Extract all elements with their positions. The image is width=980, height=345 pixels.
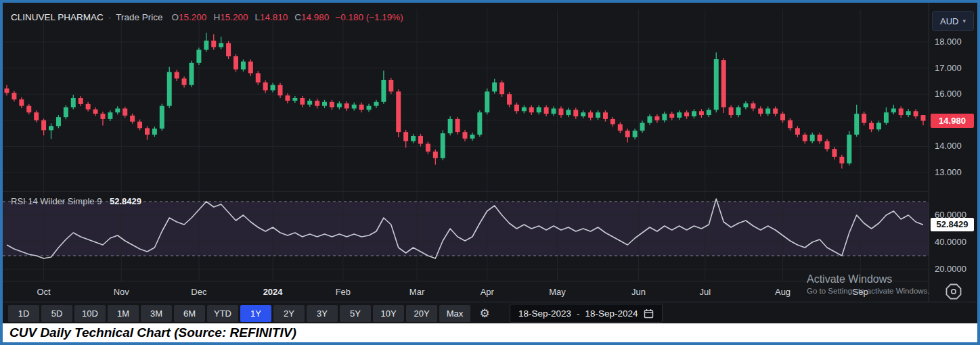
range-toolbar: 1D5D10D1M3M6MYTD1Y2Y3Y5Y10Y20YMax ⚙ 18-S… xyxy=(3,302,977,324)
candle-body xyxy=(499,83,504,94)
x-axis-tick-label: Oct xyxy=(37,287,50,297)
candle-body xyxy=(692,111,696,116)
x-axis-tick-label: Feb xyxy=(336,287,351,297)
candle-body xyxy=(292,98,297,101)
range-button-1m[interactable]: 1M xyxy=(108,305,139,322)
candle-body xyxy=(847,135,851,163)
candle-body xyxy=(795,128,800,135)
candle-body xyxy=(625,131,630,137)
x-axis-tick-label: Jul xyxy=(700,287,711,297)
range-button-1d[interactable]: 1D xyxy=(8,305,39,322)
date-range-picker[interactable]: 18-Sep-2023 - 18-Sep-2024 xyxy=(510,304,663,323)
candle-body xyxy=(34,112,39,120)
candle-body xyxy=(56,117,61,126)
octagon-eye-icon[interactable] xyxy=(945,283,962,300)
currency-selector[interactable]: AUD ▾ xyxy=(932,11,974,31)
candle-body xyxy=(271,85,275,91)
range-button-20y[interactable]: 20Y xyxy=(406,305,437,322)
candle-body xyxy=(396,91,401,132)
range-button-max[interactable]: Max xyxy=(439,305,470,322)
candle-body xyxy=(699,111,704,115)
candle-body xyxy=(736,108,741,116)
candle-body xyxy=(426,144,430,152)
range-button-3m[interactable]: 3M xyxy=(141,305,172,322)
range-button-3y[interactable]: 3Y xyxy=(307,305,338,322)
candle-body xyxy=(788,120,793,129)
gear-icon[interactable]: ⚙ xyxy=(474,305,495,322)
candle-body xyxy=(145,128,150,135)
candle-body xyxy=(152,129,157,135)
candle-body xyxy=(226,43,231,56)
candle-body xyxy=(654,116,659,120)
last-price-badge: 14.980 xyxy=(931,114,974,128)
candle-body xyxy=(773,108,778,114)
candle-body xyxy=(514,105,519,112)
rsi-panel xyxy=(3,191,929,281)
candle-body xyxy=(899,108,904,115)
candle-body xyxy=(743,104,748,108)
caption-text: CUV Daily Technical Chart (Source: REFIN… xyxy=(3,325,296,340)
x-axis-tick-label: Sep xyxy=(853,287,868,297)
candle-body xyxy=(507,94,512,104)
candle-body xyxy=(647,116,652,123)
candle-body xyxy=(862,114,866,123)
candle-body xyxy=(137,122,142,129)
candle-body xyxy=(492,83,497,92)
panel-separator xyxy=(3,191,929,192)
candle-body xyxy=(780,114,785,120)
candle-body xyxy=(352,105,357,109)
x-axis-tick-label: Mar xyxy=(409,287,424,297)
candle-body xyxy=(455,119,460,132)
range-button-6m[interactable]: 6M xyxy=(174,305,205,322)
ohlc-o: O15.200 xyxy=(172,12,207,22)
candle-body xyxy=(839,157,844,164)
candle-body xyxy=(537,108,541,113)
range-button-1y[interactable]: 1Y xyxy=(240,305,271,322)
candle-body xyxy=(448,119,453,133)
candle-body xyxy=(71,98,76,108)
range-button-2y[interactable]: 2Y xyxy=(273,305,305,322)
range-button-5d[interactable]: 5D xyxy=(41,305,72,322)
candle-body xyxy=(5,89,9,93)
candle-body xyxy=(367,106,372,110)
range-button-10y[interactable]: 10Y xyxy=(373,305,404,322)
legend-separator: · xyxy=(108,12,112,22)
date-separator: - xyxy=(577,308,580,319)
candle-body xyxy=(322,102,327,106)
x-axis-tick-label: Dec xyxy=(191,287,206,297)
candle-body xyxy=(669,114,674,118)
candle-body xyxy=(921,115,926,120)
candle-body xyxy=(662,114,667,120)
price-axis-label: 13.000 xyxy=(935,167,962,178)
candle-body xyxy=(211,41,216,47)
candle-body xyxy=(204,41,208,50)
right-axis-column: AUD ▾ 18.00017.00016.00014.00013.000 14.… xyxy=(929,3,977,302)
candle-body xyxy=(729,108,734,116)
range-button-ytd[interactable]: YTD xyxy=(207,305,238,322)
series-label: Trade Price xyxy=(116,12,162,22)
candle-body xyxy=(26,106,31,113)
candle-body xyxy=(300,98,305,105)
price-change: −0.180 (−1.19%) xyxy=(335,12,403,22)
price-panel xyxy=(3,9,929,191)
candle-body xyxy=(825,141,830,150)
currency-label: AUD xyxy=(940,16,958,26)
candle-body xyxy=(596,112,600,118)
rsi-legend: RSI 14 Wilder Simple 9 52.8429 xyxy=(11,196,141,206)
candle-body xyxy=(581,112,585,116)
candle-body xyxy=(175,72,179,78)
range-button-10d[interactable]: 10D xyxy=(74,305,106,322)
candle-body xyxy=(610,119,615,124)
x-axis-tick-label: May xyxy=(549,287,566,297)
rsi-chart-svg xyxy=(3,191,929,281)
candle-body xyxy=(603,112,608,119)
candle-body xyxy=(566,110,571,115)
candle-body xyxy=(914,111,918,116)
candle-body xyxy=(307,101,312,105)
candle-body xyxy=(93,110,98,114)
candle-body xyxy=(765,108,770,114)
range-button-5y[interactable]: 5Y xyxy=(340,305,371,322)
candle-body xyxy=(160,106,164,129)
candle-body xyxy=(79,98,83,104)
price-axis-label: 16.000 xyxy=(935,89,962,99)
